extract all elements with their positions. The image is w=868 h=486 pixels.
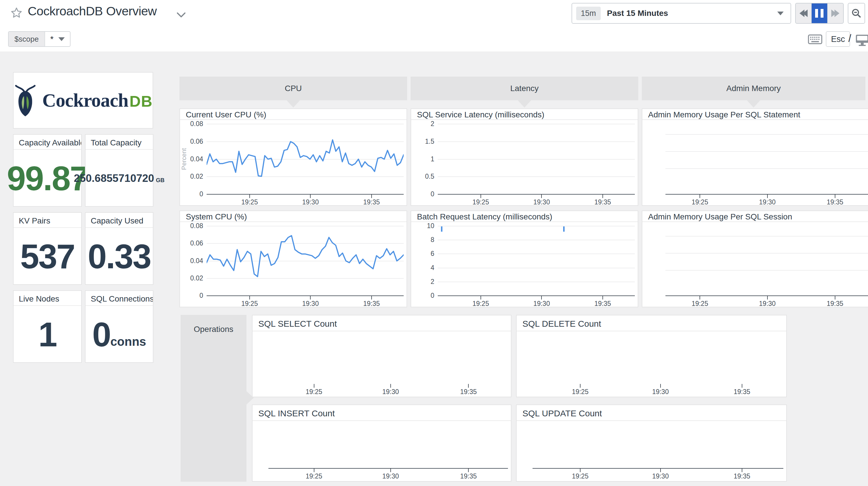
- x-tick-label: 19:30: [290, 198, 331, 205]
- group-header-admin-memory[interactable]: Admin Memory: [642, 77, 865, 100]
- group-tail-latency: [518, 100, 531, 108]
- scope-variable-value: *: [50, 34, 54, 44]
- x-tick-mark: [742, 384, 742, 388]
- y-axis-label: Percent: [180, 142, 188, 176]
- chart-title: Admin Memory Usage Per SQL Session: [642, 211, 868, 222]
- chart-plot[interactable]: 19:2519:3019:35: [642, 120, 868, 205]
- group-tail-admin-memory: [747, 100, 760, 108]
- playback-controls: [795, 3, 844, 24]
- chart-plot[interactable]: 108642019:2519:3019:35: [411, 222, 638, 307]
- y-tick-label: 8: [413, 236, 434, 244]
- x-tick-mark: [660, 468, 661, 472]
- fast-forward-icon: [831, 9, 839, 17]
- x-tick-label: 19:35: [583, 198, 623, 205]
- x-tick-mark: [480, 194, 481, 198]
- y-tick-label: 0.04: [182, 257, 203, 265]
- chart-plot[interactable]: 19:2519:3019:35: [252, 421, 511, 481]
- group-label: Operations: [181, 315, 246, 334]
- x-tick-label: 19:35: [815, 300, 855, 307]
- chart-plot[interactable]: 21.510.5019:2519:3019:35: [411, 120, 638, 205]
- x-tick-label: 19:30: [640, 473, 681, 480]
- x-tick-label: 19:25: [229, 300, 270, 307]
- x-tick-mark: [700, 194, 700, 198]
- chart-title: SQL DELETE Count: [517, 315, 786, 331]
- fullscreen-monitor-icon[interactable]: [855, 34, 868, 48]
- group-header-operations[interactable]: Operations: [181, 315, 246, 482]
- chart-sql-update-count: SQL UPDATE Count 19:2519:3019:35: [516, 404, 787, 482]
- x-tick-label: 19:35: [722, 388, 762, 396]
- chart-plot[interactable]: 19:2519:3019:35: [642, 222, 868, 307]
- rewind-button[interactable]: [796, 3, 811, 23]
- stat-card-kv-pairs[interactable]: KV Pairs 537: [13, 212, 82, 285]
- pause-button[interactable]: [811, 3, 827, 23]
- x-axis-line: [665, 194, 868, 195]
- stat-value: 0.33: [88, 237, 151, 276]
- magnifier-minus-icon: [851, 8, 862, 19]
- group-header-cpu[interactable]: CPU: [180, 77, 407, 100]
- x-tick-mark: [371, 296, 372, 299]
- x-tick-mark: [541, 296, 542, 299]
- x-tick-mark: [541, 194, 542, 198]
- x-tick-mark: [580, 384, 581, 388]
- x-tick-label: 19:25: [294, 473, 334, 480]
- gridline: [665, 168, 868, 169]
- gridline: [438, 141, 635, 142]
- x-tick-label: 19:30: [747, 300, 788, 307]
- x-axis-line: [532, 468, 783, 469]
- y-tick-label: 0: [413, 292, 434, 299]
- data-series: [207, 124, 404, 194]
- slash-key-hint: /: [848, 32, 851, 45]
- x-axis-line: [438, 194, 635, 195]
- keyboard-icon[interactable]: [808, 34, 823, 46]
- gridline: [438, 159, 635, 160]
- stat-card-capacity-used[interactable]: Capacity Used 0.33: [85, 212, 153, 285]
- chart-plot[interactable]: 0.080.060.040.02019:2519:3019:35Percent: [180, 120, 407, 205]
- x-tick-label: 19:25: [461, 300, 501, 307]
- y-tick-label: 0.5: [413, 173, 434, 180]
- chart-plot[interactable]: 19:2519:3019:35: [517, 421, 786, 481]
- y-tick-label: 0.08: [182, 222, 203, 230]
- x-tick-mark: [310, 194, 311, 198]
- group-header-latency[interactable]: Latency: [411, 77, 638, 100]
- x-tick-mark: [602, 194, 603, 198]
- esc-key-hint[interactable]: Esc: [826, 31, 850, 47]
- chart-plot[interactable]: 0.080.060.040.02019:2519:3019:35: [180, 222, 407, 307]
- y-tick-label: 0.06: [182, 239, 203, 247]
- chart-title: SQL UPDATE Count: [517, 405, 786, 421]
- y-tick-label: 0: [413, 190, 434, 198]
- chart-plot[interactable]: 19:2519:3019:35: [517, 331, 786, 397]
- template-variable-scope[interactable]: $scope *: [8, 31, 70, 47]
- x-axis-line: [665, 295, 868, 296]
- time-range-caret-icon: [777, 11, 784, 15]
- x-tick-label: 19:30: [640, 388, 681, 396]
- time-range-badge: 15m: [576, 7, 601, 20]
- stat-card-total-capacity[interactable]: Total Capacity 250.6855710720 GB: [85, 134, 153, 207]
- forward-button[interactable]: [827, 3, 843, 23]
- chart-plot[interactable]: 19:2519:3019:35: [252, 331, 511, 397]
- y-tick-label: 2: [413, 120, 434, 128]
- gridline: [665, 236, 868, 236]
- zoom-out-button[interactable]: [848, 3, 865, 24]
- stat-card-sql-connections[interactable]: SQL Connections 0 conns: [85, 290, 153, 363]
- gridline: [438, 124, 635, 124]
- stat-card-capacity-available[interactable]: Capacity Available... 99.87: [13, 134, 82, 207]
- logo-wordmark: Cockroach: [42, 90, 128, 111]
- page-title[interactable]: CockroachDB Overview: [28, 4, 157, 18]
- stat-title: Total Capacity: [86, 135, 153, 150]
- gridline: [665, 270, 868, 270]
- x-tick-label: 19:25: [680, 198, 720, 205]
- stat-card-live-nodes[interactable]: Live Nodes 1: [13, 290, 82, 363]
- x-tick-mark: [767, 296, 768, 299]
- x-tick-mark: [468, 384, 469, 388]
- group-label: Admin Memory: [726, 84, 781, 93]
- group-label: CPU: [285, 84, 302, 93]
- time-range-picker[interactable]: 15m Past 15 Minutes: [571, 3, 791, 24]
- group-tail-cpu: [287, 100, 300, 108]
- chart-current-user-cpu: Current User CPU (%) 0.080.060.040.02019…: [180, 108, 407, 206]
- stat-value: 0: [92, 315, 111, 354]
- stat-title: SQL Connections: [86, 291, 153, 306]
- favorite-star-icon[interactable]: [10, 6, 23, 20]
- chart-title: Batch Request Latency (milliseconds): [411, 211, 638, 222]
- gridline: [665, 253, 868, 254]
- title-chevron-down-icon[interactable]: [176, 12, 186, 19]
